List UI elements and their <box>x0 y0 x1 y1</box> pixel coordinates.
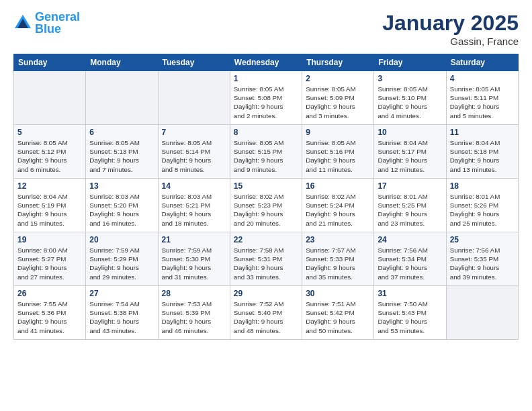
day-number: 12 <box>17 181 82 191</box>
calendar-cell: 15Sunrise: 8:02 AM Sunset: 5:23 PM Dayli… <box>230 179 302 232</box>
day-info: Sunrise: 8:05 AM Sunset: 5:12 PM Dayligh… <box>17 138 82 174</box>
calendar-cell: 14Sunrise: 8:03 AM Sunset: 5:21 PM Dayli… <box>158 179 230 232</box>
calendar-cell: 5Sunrise: 8:05 AM Sunset: 5:12 PM Daylig… <box>14 125 86 179</box>
calendar-cell: 23Sunrise: 7:57 AM Sunset: 5:33 PM Dayli… <box>302 232 374 286</box>
day-info: Sunrise: 7:56 AM Sunset: 5:34 PM Dayligh… <box>378 246 442 281</box>
calendar-cell: 29Sunrise: 7:52 AM Sunset: 5:40 PM Dayli… <box>230 286 302 340</box>
day-number: 19 <box>17 235 82 244</box>
day-info: Sunrise: 8:01 AM Sunset: 5:26 PM Dayligh… <box>450 192 515 228</box>
calendar-cell: 13Sunrise: 8:03 AM Sunset: 5:20 PM Dayli… <box>86 179 158 232</box>
calendar-cell: 31Sunrise: 7:50 AM Sunset: 5:43 PM Dayli… <box>374 286 446 340</box>
day-info: Sunrise: 7:57 AM Sunset: 5:33 PM Dayligh… <box>306 246 370 281</box>
calendar-cell: 25Sunrise: 7:56 AM Sunset: 5:35 PM Dayli… <box>446 232 518 286</box>
week-row-2: 12Sunrise: 8:04 AM Sunset: 5:19 PM Dayli… <box>14 179 519 232</box>
day-info: Sunrise: 8:02 AM Sunset: 5:24 PM Dayligh… <box>306 192 370 228</box>
day-info: Sunrise: 8:01 AM Sunset: 5:25 PM Dayligh… <box>378 192 442 228</box>
calendar-cell: 9Sunrise: 8:05 AM Sunset: 5:16 PM Daylig… <box>302 125 374 179</box>
day-number: 11 <box>450 128 515 137</box>
day-info: Sunrise: 8:05 AM Sunset: 5:14 PM Dayligh… <box>162 138 226 174</box>
day-number: 6 <box>89 128 154 137</box>
day-info: Sunrise: 8:02 AM Sunset: 5:23 PM Dayligh… <box>234 192 298 228</box>
day-number: 26 <box>17 289 82 298</box>
day-number: 1 <box>234 74 298 83</box>
calendar-cell: 6Sunrise: 8:05 AM Sunset: 5:13 PM Daylig… <box>86 125 158 179</box>
calendar-cell <box>158 71 230 125</box>
day-info: Sunrise: 7:50 AM Sunset: 5:43 PM Dayligh… <box>378 300 442 335</box>
day-number: 31 <box>378 289 442 298</box>
calendar-cell: 20Sunrise: 7:59 AM Sunset: 5:29 PM Dayli… <box>86 232 158 286</box>
day-of-week-wednesday: Wednesday <box>230 54 302 71</box>
day-number: 7 <box>162 128 226 137</box>
week-row-1: 5Sunrise: 8:05 AM Sunset: 5:12 PM Daylig… <box>14 125 519 179</box>
calendar-cell: 18Sunrise: 8:01 AM Sunset: 5:26 PM Dayli… <box>446 179 518 232</box>
day-of-week-friday: Friday <box>374 54 446 71</box>
day-info: Sunrise: 8:05 AM Sunset: 5:10 PM Dayligh… <box>378 85 442 120</box>
header: General Blue January 2025 Gassin, France <box>13 11 519 47</box>
day-number: 21 <box>162 235 226 244</box>
day-info: Sunrise: 8:05 AM Sunset: 5:15 PM Dayligh… <box>234 138 298 174</box>
day-number: 10 <box>378 128 442 137</box>
calendar-cell: 3Sunrise: 8:05 AM Sunset: 5:10 PM Daylig… <box>374 71 446 125</box>
month-title: January 2025 <box>382 11 519 36</box>
calendar-cell: 16Sunrise: 8:02 AM Sunset: 5:24 PM Dayli… <box>302 179 374 232</box>
calendar-cell: 26Sunrise: 7:55 AM Sunset: 5:36 PM Dayli… <box>14 286 86 340</box>
day-number: 3 <box>378 74 442 83</box>
calendar-cell <box>14 71 86 125</box>
day-number: 18 <box>450 181 515 191</box>
day-info: Sunrise: 8:05 AM Sunset: 5:13 PM Dayligh… <box>89 138 154 174</box>
calendar-cell: 2Sunrise: 8:05 AM Sunset: 5:09 PM Daylig… <box>302 71 374 125</box>
day-info: Sunrise: 8:00 AM Sunset: 5:27 PM Dayligh… <box>17 246 82 281</box>
day-info: Sunrise: 7:58 AM Sunset: 5:31 PM Dayligh… <box>234 246 298 281</box>
calendar-cell: 17Sunrise: 8:01 AM Sunset: 5:25 PM Dayli… <box>374 179 446 232</box>
day-info: Sunrise: 8:04 AM Sunset: 5:19 PM Dayligh… <box>17 192 82 228</box>
day-number: 27 <box>89 289 154 298</box>
day-info: Sunrise: 8:05 AM Sunset: 5:08 PM Dayligh… <box>234 85 298 120</box>
day-info: Sunrise: 7:52 AM Sunset: 5:40 PM Dayligh… <box>234 300 298 335</box>
day-info: Sunrise: 7:54 AM Sunset: 5:38 PM Dayligh… <box>89 300 154 335</box>
calendar-cell: 7Sunrise: 8:05 AM Sunset: 5:14 PM Daylig… <box>158 125 230 179</box>
calendar-cell: 19Sunrise: 8:00 AM Sunset: 5:27 PM Dayli… <box>14 232 86 286</box>
day-number: 4 <box>450 74 515 83</box>
calendar-cell: 22Sunrise: 7:58 AM Sunset: 5:31 PM Dayli… <box>230 232 302 286</box>
calendar-header-row: SundayMondayTuesdayWednesdayThursdayFrid… <box>14 54 519 71</box>
day-number: 28 <box>162 289 226 298</box>
day-number: 17 <box>378 181 442 191</box>
week-row-4: 26Sunrise: 7:55 AM Sunset: 5:36 PM Dayli… <box>14 286 519 340</box>
day-info: Sunrise: 8:03 AM Sunset: 5:21 PM Dayligh… <box>162 192 226 228</box>
day-number: 16 <box>306 181 370 191</box>
logo-icon <box>13 13 32 32</box>
day-info: Sunrise: 8:05 AM Sunset: 5:09 PM Dayligh… <box>306 85 370 120</box>
day-info: Sunrise: 7:51 AM Sunset: 5:42 PM Dayligh… <box>306 300 370 335</box>
week-row-3: 19Sunrise: 8:00 AM Sunset: 5:27 PM Dayli… <box>14 232 519 286</box>
day-number: 24 <box>378 235 442 244</box>
calendar-cell: 12Sunrise: 8:04 AM Sunset: 5:19 PM Dayli… <box>14 179 86 232</box>
calendar-cell: 11Sunrise: 8:04 AM Sunset: 5:18 PM Dayli… <box>446 125 518 179</box>
day-number: 8 <box>234 128 298 137</box>
calendar-cell <box>446 286 518 340</box>
day-info: Sunrise: 8:04 AM Sunset: 5:17 PM Dayligh… <box>378 138 442 174</box>
calendar-cell: 30Sunrise: 7:51 AM Sunset: 5:42 PM Dayli… <box>302 286 374 340</box>
calendar-cell: 1Sunrise: 8:05 AM Sunset: 5:08 PM Daylig… <box>230 71 302 125</box>
day-number: 9 <box>306 128 370 137</box>
day-number: 30 <box>306 289 370 298</box>
day-number: 23 <box>306 235 370 244</box>
day-of-week-thursday: Thursday <box>302 54 374 71</box>
day-info: Sunrise: 8:03 AM Sunset: 5:20 PM Dayligh… <box>89 192 154 228</box>
day-info: Sunrise: 8:04 AM Sunset: 5:18 PM Dayligh… <box>450 138 515 174</box>
day-of-week-sunday: Sunday <box>14 54 86 71</box>
day-number: 20 <box>89 235 154 244</box>
calendar-cell: 28Sunrise: 7:53 AM Sunset: 5:39 PM Dayli… <box>158 286 230 340</box>
calendar-cell <box>86 71 158 125</box>
title-block: January 2025 Gassin, France <box>382 11 519 47</box>
day-number: 14 <box>162 181 226 191</box>
day-of-week-monday: Monday <box>86 54 158 71</box>
day-of-week-saturday: Saturday <box>446 54 518 71</box>
day-number: 2 <box>306 74 370 83</box>
calendar: SundayMondayTuesdayWednesdayThursdayFrid… <box>13 54 519 340</box>
day-number: 25 <box>450 235 515 244</box>
week-row-0: 1Sunrise: 8:05 AM Sunset: 5:08 PM Daylig… <box>14 71 519 125</box>
day-number: 13 <box>89 181 154 191</box>
calendar-cell: 8Sunrise: 8:05 AM Sunset: 5:15 PM Daylig… <box>230 125 302 179</box>
day-info: Sunrise: 7:53 AM Sunset: 5:39 PM Dayligh… <box>162 300 226 335</box>
calendar-cell: 21Sunrise: 7:59 AM Sunset: 5:30 PM Dayli… <box>158 232 230 286</box>
